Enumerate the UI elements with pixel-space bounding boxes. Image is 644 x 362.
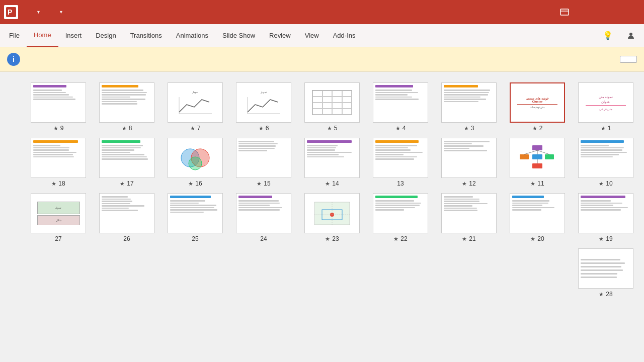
slide-info: ★28 <box>599 291 612 298</box>
slide-item[interactable]: 13 <box>368 138 433 187</box>
menu-design[interactable]: Design <box>89 24 123 47</box>
slide-thumb-27[interactable]: جدول شکل <box>31 193 86 233</box>
slide-thumb-15[interactable] <box>236 138 291 178</box>
slide-thumb-28[interactable] <box>578 248 633 289</box>
slide-item[interactable]: ★21 <box>437 193 501 242</box>
slide-thumb-19[interactable] <box>578 193 633 233</box>
save-button[interactable] <box>22 11 26 13</box>
slide-thumb-10[interactable] <box>578 138 633 178</box>
slide-thumb-25[interactable] <box>168 193 223 233</box>
slide-thumb-26[interactable] <box>99 193 154 233</box>
undo-button[interactable] <box>28 11 32 13</box>
slide-info: ★7 <box>190 125 201 132</box>
restore-ribbon-icon[interactable] <box>559 7 570 17</box>
slide-number: 6 <box>266 125 269 132</box>
slide-item[interactable]: 24 <box>231 193 296 242</box>
menu-view[interactable]: View <box>298 24 326 47</box>
slide-item[interactable]: نمودار ★6 <box>231 82 296 132</box>
slide-thumb-6[interactable]: نمودار <box>236 82 291 123</box>
slide-thumb-22[interactable] <box>373 193 428 233</box>
slide-item[interactable]: ★19 <box>574 193 638 242</box>
slide-thumb-4[interactable] <box>373 82 428 123</box>
slide-info: ★23 <box>325 235 339 242</box>
slide-item[interactable]: ★28 <box>574 248 638 298</box>
slide-item[interactable]: ★11 <box>505 138 570 187</box>
slide-item[interactable]: ★22 <box>368 193 433 242</box>
tell-me-input[interactable]: 💡 <box>597 27 622 44</box>
slide-item[interactable]: ★10 <box>574 138 638 187</box>
slide-item[interactable]: ★8 <box>95 82 159 132</box>
slide-thumb-9[interactable] <box>31 82 86 123</box>
slide-item[interactable]: نمونه متنعنوان متن فرعی ★1 <box>574 82 638 132</box>
slide-number: 12 <box>469 180 475 187</box>
slide-info: ★18 <box>51 180 65 187</box>
restore-button[interactable] <box>599 5 619 19</box>
minimize-button[interactable] <box>578 5 598 19</box>
slide-item[interactable]: ★3 <box>437 82 501 132</box>
slide-item[interactable]: ★18 <box>26 138 91 187</box>
slide-item[interactable]: ★15 <box>231 138 296 187</box>
slide-thumb-20[interactable] <box>510 193 565 233</box>
slide-thumb-1[interactable]: نمونه متنعنوان متن فرعی <box>578 82 633 123</box>
slide-info: 13 <box>397 180 404 187</box>
window-controls <box>578 5 640 19</box>
enable-editing-button[interactable] <box>620 56 637 63</box>
svg-line-14 <box>524 150 537 154</box>
slide-item[interactable]: نمودار ★7 <box>163 82 227 132</box>
slide-item[interactable]: ★12 <box>437 138 501 187</box>
menu-review[interactable]: Review <box>262 24 298 47</box>
redo-button[interactable] <box>45 11 49 13</box>
slide-thumb-16[interactable] <box>168 138 223 178</box>
slide-item[interactable]: ★5 <box>300 82 364 132</box>
share-button[interactable] <box>622 28 642 44</box>
slide-item[interactable]: 25 <box>163 193 227 242</box>
slide-thumb-14[interactable] <box>304 138 360 178</box>
slide-thumb-8[interactable] <box>99 82 154 123</box>
menu-slideshow[interactable]: Slide Show <box>215 24 262 47</box>
slide-item[interactable]: ★14 <box>300 138 364 187</box>
slide-info: ★5 <box>327 125 338 132</box>
undo-dropdown[interactable]: ▼ <box>34 9 43 16</box>
slide-item[interactable]: ★17 <box>95 138 159 187</box>
menu-addins[interactable]: Add-Ins <box>326 24 363 47</box>
slide-thumb-17[interactable] <box>99 138 154 178</box>
slide-thumb-18[interactable] <box>31 138 86 178</box>
slide-item[interactable]: ★4 <box>368 82 433 132</box>
slide-item[interactable]: جدول شکل 27 <box>26 193 91 242</box>
slide-thumb-12[interactable] <box>441 138 497 178</box>
menu-animations[interactable]: Animations <box>169 24 215 47</box>
slide-item[interactable]: 26 <box>95 193 159 242</box>
slide-thumb-23[interactable] <box>304 193 360 233</box>
slide-item[interactable]: ★20 <box>505 193 570 242</box>
menu-insert[interactable]: Insert <box>58 24 89 47</box>
slide-item[interactable]: ★16 <box>163 138 227 187</box>
slide-item[interactable]: خوشه های صنعتیCluster متن توضیحات ★2 <box>505 82 570 132</box>
star-icon: ★ <box>601 125 606 132</box>
close-button[interactable] <box>620 5 640 19</box>
star-icon: ★ <box>462 236 467 242</box>
slide-thumb-11[interactable] <box>510 138 565 178</box>
present-button[interactable] <box>51 11 55 13</box>
slide-info: ★4 <box>395 125 406 132</box>
star-icon: ★ <box>530 236 535 242</box>
slide-thumb-24[interactable] <box>236 193 291 233</box>
slide-thumb-3[interactable] <box>441 82 497 123</box>
slide-info: ★3 <box>464 125 474 132</box>
menu-file[interactable]: File <box>2 24 27 47</box>
slide-thumb-7[interactable]: نمودار <box>168 82 223 123</box>
slide-thumb-21[interactable] <box>441 193 497 233</box>
slide-info: 25 <box>192 235 198 242</box>
customize-dropdown[interactable]: ▼ <box>57 9 65 16</box>
svg-rect-13 <box>532 163 542 168</box>
svg-point-4 <box>629 33 632 36</box>
star-icon: ★ <box>259 125 264 132</box>
menu-transitions[interactable]: Transitions <box>123 24 169 47</box>
slide-item[interactable]: ★23 <box>300 193 364 242</box>
slide-number: 13 <box>397 180 404 187</box>
slide-item[interactable]: ★9 <box>26 82 91 132</box>
star-icon: ★ <box>190 125 195 132</box>
slide-thumb-13[interactable] <box>373 138 428 178</box>
slide-thumb-2[interactable]: خوشه های صنعتیCluster متن توضیحات <box>510 82 565 123</box>
slide-thumb-5[interactable] <box>304 82 360 123</box>
menu-home[interactable]: Home <box>27 24 58 47</box>
